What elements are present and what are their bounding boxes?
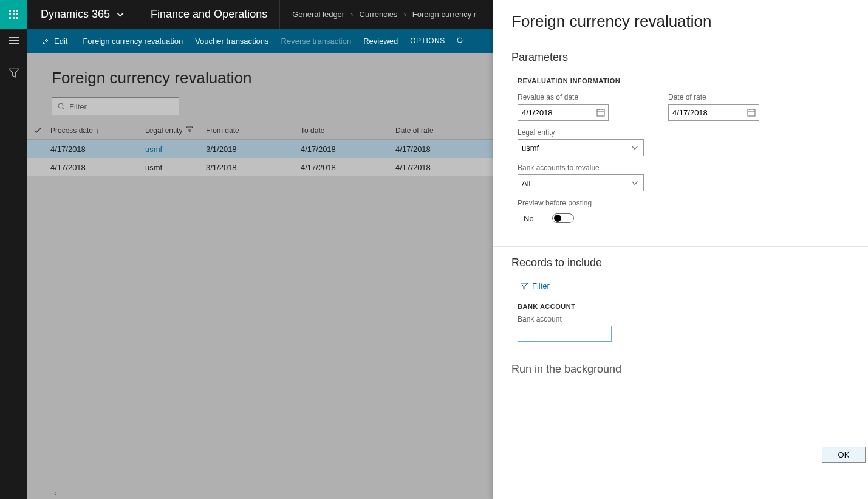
app-launcher-button[interactable] <box>0 0 27 29</box>
divider <box>493 246 868 247</box>
filter-input[interactable]: Filter <box>52 97 179 115</box>
reverse-button: Reverse transaction <box>275 29 358 53</box>
filter-placeholder: Filter <box>69 102 87 111</box>
run-background-section[interactable]: Run in the background <box>511 363 850 376</box>
cell-legal-link[interactable]: usmf <box>145 145 206 154</box>
bank-account-input[interactable] <box>518 326 612 342</box>
revaluation-info-label: REVALUATION INFORMATION <box>518 77 850 84</box>
slideout-panel: Foreign currency revaluation Parameters … <box>493 0 868 499</box>
divider <box>493 353 868 353</box>
breadcrumb-item[interactable]: Foreign currency r <box>412 10 476 19</box>
revalue-date-input[interactable] <box>518 104 609 121</box>
revalue-date-label: Revalue as of date <box>518 93 609 102</box>
col-legal-header[interactable]: Legal entity <box>145 126 206 135</box>
waffle-icon <box>9 10 19 19</box>
voucher-label: Voucher transactions <box>195 36 268 46</box>
scroll-left-icon[interactable]: ‹ <box>52 489 59 497</box>
col-process-header[interactable]: Process date↓ <box>50 126 145 135</box>
panel-title: Foreign currency revaluation <box>511 9 850 41</box>
cell-process: 4/17/2018 <box>50 163 145 172</box>
col-process-label: Process date <box>50 126 93 135</box>
chevron-down-icon[interactable] <box>630 179 639 187</box>
col-to-header[interactable]: To date <box>301 126 395 135</box>
data-grid: Process date↓ Legal entity From date To … <box>27 122 493 176</box>
bank-accounts-field: Bank accounts to revalue <box>518 163 850 191</box>
horizontal-scrollbar[interactable]: ‹ <box>52 489 493 497</box>
select-all-checkbox[interactable] <box>27 126 50 135</box>
pencil-icon <box>42 36 50 45</box>
calendar-icon[interactable] <box>747 108 756 117</box>
sort-down-icon: ↓ <box>95 126 99 135</box>
edit-label: Edit <box>54 36 67 46</box>
col-from-header[interactable]: From date <box>206 126 301 135</box>
calendar-icon[interactable] <box>596 108 605 117</box>
main-content: Foreign currency revaluation Filter Proc… <box>27 53 493 499</box>
svg-rect-8 <box>16 17 18 19</box>
bank-account-group: BANK ACCOUNT <box>518 303 850 310</box>
svg-point-9 <box>457 38 462 43</box>
page-title: Foreign currency revaluation <box>27 65 493 97</box>
grid-header: Process date↓ Legal entity From date To … <box>27 122 493 140</box>
preview-value: No <box>524 214 534 223</box>
hamburger-button[interactable] <box>9 37 19 44</box>
filter-icon <box>186 126 193 133</box>
reviewed-label: Reviewed <box>363 36 398 46</box>
col-rate-label: Date of rate <box>395 126 434 135</box>
breadcrumb-item[interactable]: Currencies <box>360 10 398 19</box>
parameters-section: Parameters <box>511 51 850 64</box>
filter-link-label: Filter <box>532 281 550 291</box>
breadcrumb: General ledger › Currencies › Foreign cu… <box>280 0 488 29</box>
cell-to: 4/17/2018 <box>301 145 395 154</box>
options-label: OPTIONS <box>410 36 445 45</box>
svg-rect-2 <box>16 10 18 12</box>
svg-rect-7 <box>13 17 15 19</box>
separator <box>75 34 75 47</box>
bank-accounts-label: Bank accounts to revalue <box>518 163 850 172</box>
table-row[interactable]: 4/17/2018 usmf 3/1/2018 4/17/2018 4/17/2… <box>27 158 493 176</box>
edit-button[interactable]: Edit <box>36 29 73 53</box>
app-title-label: Finance and Operations <box>151 8 267 21</box>
chevron-down-icon[interactable] <box>630 143 639 152</box>
svg-rect-3 <box>9 13 11 15</box>
panel-footer: OK <box>511 442 868 499</box>
svg-rect-0 <box>9 10 11 12</box>
records-filter-link[interactable]: Filter <box>520 281 850 291</box>
chevron-down-icon <box>116 10 125 19</box>
date-of-rate-input[interactable] <box>668 104 759 121</box>
records-section: Records to include <box>511 256 850 269</box>
legal-entity-select[interactable] <box>518 139 644 156</box>
search-icon <box>57 102 66 111</box>
breadcrumb-item[interactable]: General ledger <box>292 10 344 19</box>
preview-toggle[interactable] <box>552 213 574 223</box>
table-row[interactable]: 4/17/2018 usmf 3/1/2018 4/17/2018 4/17/2… <box>27 140 493 158</box>
app-title: Finance and Operations <box>138 0 280 29</box>
filter-icon <box>520 282 528 291</box>
brand-label: Dynamics 365 <box>41 8 110 21</box>
ok-button[interactable]: OK <box>822 447 866 463</box>
cell-rate: 4/17/2018 <box>395 163 487 172</box>
svg-rect-5 <box>16 13 18 15</box>
col-legal-label: Legal entity <box>145 126 182 135</box>
date-of-rate-field: Date of rate <box>668 93 759 121</box>
date-of-rate-label: Date of rate <box>668 93 759 102</box>
svg-rect-1 <box>13 10 15 12</box>
chevron-right-icon: › <box>350 10 353 19</box>
preview-field: Preview before posting No <box>518 199 850 227</box>
chevron-right-icon: › <box>403 10 406 19</box>
col-rate-header[interactable]: Date of rate <box>395 126 487 135</box>
filter-icon[interactable] <box>9 67 19 78</box>
svg-rect-11 <box>597 109 604 116</box>
svg-rect-4 <box>13 13 15 15</box>
voucher-button[interactable]: Voucher transactions <box>189 29 275 53</box>
brand-dropdown[interactable]: Dynamics 365 <box>27 0 138 29</box>
options-button[interactable]: OPTIONS <box>404 29 451 53</box>
reviewed-button[interactable]: Reviewed <box>357 29 404 53</box>
svg-point-10 <box>58 103 63 108</box>
search-button[interactable] <box>456 36 465 45</box>
cell-from: 3/1/2018 <box>206 163 301 172</box>
bank-accounts-select[interactable] <box>518 174 644 191</box>
preview-label: Preview before posting <box>518 199 850 207</box>
fcr-button[interactable]: Foreign currency revaluation <box>77 29 189 53</box>
divider <box>493 41 868 41</box>
col-from-label: From date <box>206 126 239 135</box>
